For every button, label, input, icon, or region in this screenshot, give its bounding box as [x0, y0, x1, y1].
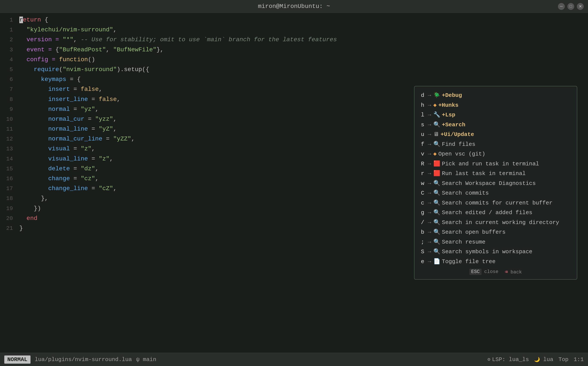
line-content: visual = "z",: [19, 144, 95, 154]
line-content: keymaps = {: [19, 75, 81, 84]
line-content: normal_cur_line = "yZZ",: [19, 134, 135, 144]
popup-key: c: [421, 198, 426, 208]
popup-key: v: [421, 149, 426, 159]
close-button[interactable]: ✕: [577, 3, 584, 10]
popup-key: s: [421, 120, 426, 130]
maximize-button[interactable]: □: [567, 3, 574, 10]
popup-label: +Debug: [442, 91, 462, 100]
popup-arrow: →: [428, 100, 431, 110]
line-number: 7: [4, 85, 19, 94]
line-content: config = function(): [19, 55, 95, 65]
popup-footer: ESC close⌫ back: [421, 269, 570, 275]
popup-item[interactable]: S→🔍Search symbols in workspace: [421, 247, 570, 257]
popup-icon: 🔍: [433, 179, 440, 189]
popup-key: b: [421, 228, 426, 237]
popup-item[interactable]: f→🔍Find files: [421, 140, 570, 150]
line-content: normal_cur = "yzz",: [19, 114, 117, 124]
popup-item[interactable]: ;→🔍Search resume: [421, 237, 570, 247]
line-content: event = {"BufReadPost", "BufNewFile"},: [19, 45, 164, 55]
popup-key: C: [421, 188, 426, 198]
popup-icon: 🟥: [433, 169, 440, 179]
back-label: ⌫ back: [505, 269, 522, 275]
code-line: 1return {: [0, 15, 588, 25]
popup-key: r: [421, 169, 426, 179]
popup-label: +Search: [442, 120, 465, 130]
line-number: 21: [4, 224, 19, 233]
popup-key: g: [421, 208, 426, 218]
line-content: normal = "yz",: [19, 104, 99, 114]
vim-mode: NORMAL: [4, 356, 30, 364]
line-content: insert = false,: [19, 84, 102, 94]
popup-item[interactable]: v→◆Open vsc (git): [421, 149, 570, 159]
branch-icon: ψ: [136, 356, 140, 363]
popup-item[interactable]: b→🔍Search open buffers: [421, 228, 570, 237]
line-content: version = "*", -- Use for stability; omi…: [19, 35, 337, 45]
window-controls: ─ □ ✕: [558, 3, 584, 10]
popup-arrow: →: [428, 91, 431, 100]
popup-label: +Lsp: [442, 110, 455, 120]
line-content: end: [19, 214, 37, 223]
popup-arrow: →: [428, 208, 431, 218]
popup-arrow: →: [428, 149, 431, 159]
popup-icon: 🟥: [433, 159, 440, 169]
popup-item[interactable]: /→🔍Search in current working directory: [421, 218, 570, 228]
popup-item[interactable]: c→🔍Search commits for current buffer: [421, 198, 570, 208]
popup-key: /: [421, 218, 426, 228]
code-line: 4 config = function(): [0, 55, 588, 65]
window-title: miron@MironUbuntu: ~: [258, 3, 330, 10]
popup-item[interactable]: r→🟥Run last task in terminal: [421, 169, 570, 179]
popup-icon: ◆: [433, 100, 437, 110]
popup-arrow: →: [428, 179, 431, 189]
code-line: 5 require("nvim-surround").setup({: [0, 65, 588, 75]
popup-item[interactable]: l→🔧+Lsp: [421, 110, 570, 120]
line-number: 12: [4, 134, 19, 144]
popup-arrow: →: [428, 247, 431, 257]
lua-icon: 🌙: [534, 357, 540, 363]
line-number: 19: [4, 204, 19, 213]
popup-item[interactable]: d→🪲+Debug: [421, 91, 570, 100]
line-number: 13: [4, 144, 19, 153]
popup-item[interactable]: h→◆+Hunks: [421, 100, 570, 110]
popup-label: +Hunks: [438, 100, 459, 110]
popup-key: d: [421, 91, 426, 100]
code-line: 1 "kylechui/nvim-surround",: [0, 25, 588, 35]
file-path: lua/plugins/nvim-surround.lua: [35, 356, 132, 363]
popup-icon: 📄: [433, 257, 440, 267]
line-content: normal_line = "yZ",: [19, 124, 117, 134]
popup-item[interactable]: u→🖥+Ui/Update: [421, 130, 570, 140]
popup-icon: 🔍: [433, 140, 440, 150]
popup-key: h: [421, 100, 426, 110]
line-number: 2: [4, 35, 19, 45]
popup-icon: 🔍: [433, 120, 440, 130]
popup-item[interactable]: w→🔍Search Workspace Diagnostics: [421, 179, 570, 189]
popup-label: Run last task in terminal: [442, 169, 526, 179]
code-line: 6 keymaps = {: [0, 75, 588, 84]
popup-label: Search symbols in workspace: [442, 247, 532, 257]
popup-item[interactable]: e→📄Toggle file tree: [421, 257, 570, 267]
popup-arrow: →: [428, 130, 431, 140]
popup-arrow: →: [428, 257, 431, 267]
line-number: 3: [4, 45, 19, 54]
popup-item[interactable]: g→🔍Search edited / added files: [421, 208, 570, 218]
popup-key: w: [421, 179, 426, 189]
popup-icon: 🔍: [433, 218, 440, 228]
popup-label: Find files: [442, 140, 475, 150]
line-content: }): [19, 204, 41, 214]
popup-item[interactable]: R→🟥Pick and run task in terminal: [421, 159, 570, 169]
popup-key: e: [421, 257, 426, 267]
line-number: 14: [4, 154, 19, 164]
popup-arrow: →: [428, 140, 431, 150]
line-content: change_line = "cZ",: [19, 184, 117, 193]
line-number: 9: [4, 105, 19, 114]
line-number: 8: [4, 95, 19, 104]
popup-icon: 🔍: [433, 188, 440, 198]
popup-label: Search resume: [442, 237, 486, 247]
popup-item[interactable]: C→🔍Search commits: [421, 188, 570, 198]
status-right: ⚙ LSP: lua_ls 🌙 lua Top 1:1: [488, 356, 584, 363]
popup-item[interactable]: s→🔍+Search: [421, 120, 570, 130]
editor-area: 1return {1 "kylechui/nvim-surround",2 ve…: [0, 13, 588, 353]
line-content: change = "cz",: [19, 174, 99, 184]
minimize-button[interactable]: ─: [558, 3, 565, 10]
line-content: },: [19, 193, 48, 203]
line-number: 5: [4, 65, 19, 74]
